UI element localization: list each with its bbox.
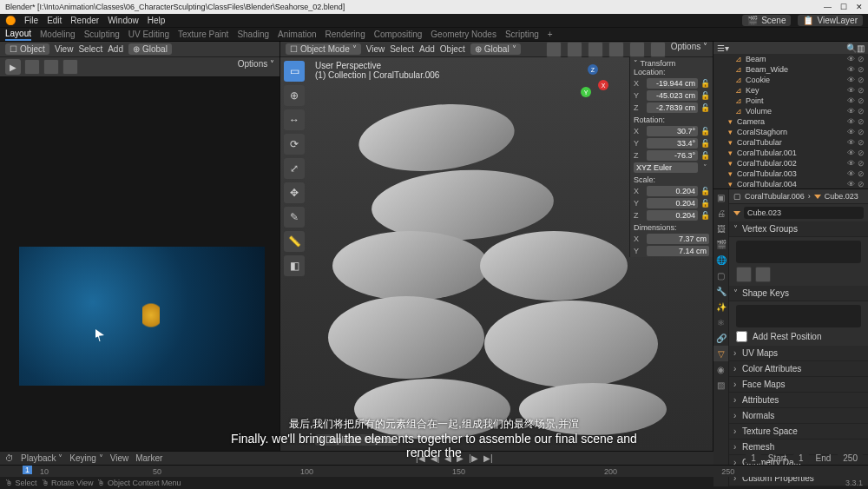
nav-gizmo[interactable]: X Y Z	[575, 64, 608, 97]
eye-icon[interactable]: 👁	[847, 96, 855, 105]
disable-icon[interactable]: ⊘	[858, 169, 865, 178]
sk-list[interactable]	[736, 305, 861, 327]
tab-scripting[interactable]: Scripting	[505, 30, 539, 39]
disable-icon[interactable]: ⊘	[858, 149, 865, 157]
prev-key-icon[interactable]: ◀|	[431, 453, 440, 463]
mode-dropdown[interactable]: ☐ Object Mode ˅	[286, 43, 361, 55]
hdr-add[interactable]: Add	[419, 44, 435, 54]
filter-toggle-icon[interactable]: ▥	[857, 43, 865, 53]
addcube-tool[interactable]: ◧	[284, 255, 305, 276]
disable-icon[interactable]: ⊘	[858, 107, 865, 116]
menu-help[interactable]: Help	[148, 16, 166, 25]
eye-icon[interactable]: 👁	[847, 117, 855, 126]
outliner-item[interactable]: ⊿Point👁⊘	[713, 96, 868, 106]
tab-animation[interactable]: Animation	[278, 30, 316, 39]
jump-start-icon[interactable]: |◀	[416, 453, 425, 463]
hdr-object[interactable]: Object	[440, 44, 465, 54]
orient-dropdown[interactable]: ⊕ Global ˅	[470, 43, 521, 55]
section-transform[interactable]: Transform	[641, 59, 676, 68]
chevron-right-icon[interactable]: ›	[733, 411, 742, 420]
hdr-view-left[interactable]: View	[55, 44, 74, 54]
options-left[interactable]: Options ˅	[238, 59, 274, 69]
play-rev-icon[interactable]: ◀	[444, 453, 451, 463]
scale-tool[interactable]: ⤢	[284, 158, 305, 179]
shading-matprev-icon[interactable]	[629, 42, 645, 57]
disable-icon[interactable]: ⊘	[858, 128, 865, 136]
disable-icon[interactable]: ⊘	[858, 65, 865, 74]
chevron-right-icon[interactable]: ›	[733, 348, 742, 358]
ptab-viewlayer[interactable]: 🖼	[713, 221, 728, 236]
disable-icon[interactable]: ⊘	[858, 180, 865, 188]
tab-geonodes[interactable]: Geometry Nodes	[431, 30, 496, 39]
maximize-icon[interactable]: ☐	[840, 3, 847, 11]
ptab-scene[interactable]: 🎬	[713, 236, 728, 252]
viewlayer-selector[interactable]: 📋 ViewLayer	[798, 15, 863, 26]
outliner-item[interactable]: ▾CoralTubular.003👁⊘	[713, 169, 868, 179]
menu-window[interactable]: Window	[108, 16, 139, 25]
loc-x[interactable]: -19.944 cm	[647, 78, 698, 89]
outliner-item[interactable]: ▾Camera👁⊘	[713, 116, 868, 127]
shading-wire-icon[interactable]	[588, 42, 603, 57]
eye-icon[interactable]: 👁	[847, 107, 855, 116]
hdr-view[interactable]: View	[366, 44, 385, 54]
props-section[interactable]: ›Color Attributes	[729, 361, 868, 377]
shading-render-icon[interactable]	[650, 42, 666, 57]
props-section[interactable]: ›Texture Space	[729, 424, 868, 439]
timeline-editor-icon[interactable]: ⏱	[5, 453, 14, 463]
outliner-item[interactable]: ⊿Key👁⊘	[713, 85, 868, 96]
scl-x[interactable]: 0.204	[647, 186, 698, 196]
ptab-constraints[interactable]: 🔗	[713, 330, 728, 346]
tab-shading[interactable]: Shading	[237, 30, 269, 39]
shading-solid-icon[interactable]	[608, 42, 624, 57]
chevron-down-icon[interactable]: ˅	[733, 288, 742, 298]
options-mid[interactable]: Options ˅	[671, 42, 707, 57]
hdr-select-left[interactable]: Select	[78, 44, 102, 54]
menu-render[interactable]: Render	[70, 16, 99, 25]
loc-z[interactable]: -2.7839 cm	[647, 102, 698, 113]
ptab-texture[interactable]: ▨	[713, 377, 728, 393]
chevron-down-icon[interactable]: ˅	[634, 59, 638, 68]
shading-btn-2[interactable]	[43, 59, 59, 75]
axis-y-icon[interactable]: Y	[581, 87, 591, 97]
measure-tool[interactable]: 📏	[284, 231, 305, 252]
move-tool[interactable]: ↔	[284, 109, 305, 130]
overlay-toggle-1[interactable]	[546, 42, 562, 57]
lock-icon[interactable]: 🔓	[700, 199, 709, 208]
outliner-item[interactable]: ⊿Volume👁⊘	[713, 106, 868, 116]
outliner-item[interactable]: ▾CoralTubular.001👁⊘	[713, 148, 868, 158]
eye-icon[interactable]: 👁	[847, 138, 855, 147]
ptab-output[interactable]: 🖨	[713, 205, 728, 221]
outliner-item[interactable]: ▾CoralTubular.004👁⊘	[713, 179, 868, 189]
shading-btn-1[interactable]	[24, 59, 40, 75]
lock-icon[interactable]: 🔓	[700, 151, 709, 160]
mesh-name-input[interactable]	[744, 207, 864, 219]
disable-icon[interactable]: ⊘	[858, 55, 865, 63]
close-icon[interactable]: ✕	[856, 3, 863, 11]
vg-add-button[interactable]	[736, 267, 752, 282]
last-op-label[interactable]: › Duplicate Objects	[315, 434, 398, 446]
scene-selector[interactable]: 🎬 Scene	[742, 15, 791, 26]
props-section[interactable]: ›Face Maps	[729, 377, 868, 393]
tab-uv[interactable]: UV Editing	[128, 30, 169, 39]
ptab-world[interactable]: 🌐	[713, 252, 728, 268]
frame-end[interactable]: 250	[838, 453, 863, 464]
ptab-particles[interactable]: ✨	[713, 299, 728, 314]
tab-sculpting[interactable]: Sculpting	[84, 30, 120, 39]
lock-icon[interactable]: 🔓	[700, 103, 709, 112]
jump-end-icon[interactable]: ▶|	[483, 453, 493, 463]
ptab-modifiers[interactable]: 🔧	[713, 283, 728, 299]
lock-icon[interactable]: 🔓	[700, 211, 709, 220]
tab-texture[interactable]: Texture Paint	[178, 30, 228, 39]
disable-icon[interactable]: ⊘	[858, 96, 865, 105]
outliner-item[interactable]: ▾CoralStaghorn👁⊘	[713, 127, 868, 137]
eye-icon[interactable]: 👁	[847, 149, 855, 157]
eye-icon[interactable]: 👁	[847, 169, 855, 178]
tab-layout[interactable]: Layout	[5, 29, 31, 41]
vg-list[interactable]	[736, 241, 861, 263]
lock-icon[interactable]: 🔓	[700, 139, 709, 148]
props-section[interactable]: ›Attributes	[729, 393, 868, 408]
outliner-item[interactable]: ⊿Beam👁⊘	[713, 54, 868, 64]
lock-icon[interactable]: 🔓	[700, 187, 709, 195]
scl-y[interactable]: 0.204	[647, 198, 698, 208]
play-icon[interactable]: ▶	[5, 59, 21, 75]
